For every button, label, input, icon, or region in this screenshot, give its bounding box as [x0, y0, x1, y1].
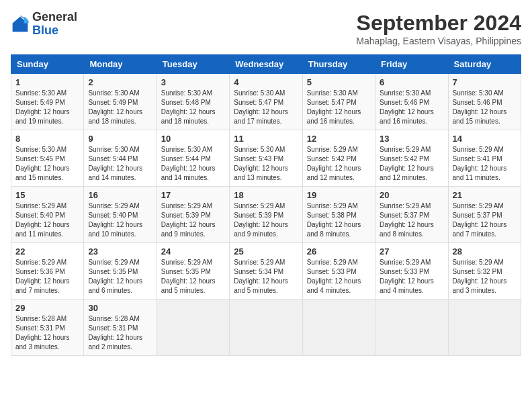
- day-info: Sunrise: 5:28 AMSunset: 5:31 PMDaylight:…: [15, 314, 79, 352]
- calendar-header-row: SundayMondayTuesdayWednesdayThursdayFrid…: [11, 55, 521, 74]
- day-number: 21: [453, 190, 517, 200]
- calendar-cell: 20Sunrise: 5:29 AMSunset: 5:37 PMDayligh…: [375, 187, 448, 243]
- calendar-cell: 18Sunrise: 5:29 AMSunset: 5:39 PMDayligh…: [230, 187, 302, 243]
- calendar-week-2: 8Sunrise: 5:30 AMSunset: 5:45 PMDaylight…: [11, 130, 521, 187]
- calendar-week-1: 1Sunrise: 5:30 AMSunset: 5:49 PMDaylight…: [11, 74, 521, 130]
- calendar-cell: 1Sunrise: 5:30 AMSunset: 5:49 PMDaylight…: [11, 74, 84, 130]
- calendar-week-3: 15Sunrise: 5:29 AMSunset: 5:40 PMDayligh…: [11, 187, 521, 243]
- day-number: 9: [88, 134, 152, 144]
- calendar-cell: 3Sunrise: 5:30 AMSunset: 5:48 PMDaylight…: [157, 74, 229, 130]
- calendar-cell: 27Sunrise: 5:29 AMSunset: 5:33 PMDayligh…: [375, 243, 448, 300]
- day-number: 23: [88, 246, 152, 257]
- calendar-week-4: 22Sunrise: 5:29 AMSunset: 5:36 PMDayligh…: [11, 243, 521, 300]
- day-number: 30: [88, 303, 152, 313]
- day-number: 19: [307, 190, 371, 200]
- day-number: 24: [161, 246, 225, 257]
- day-info: Sunrise: 5:29 AMSunset: 5:36 PMDaylight:…: [15, 258, 79, 295]
- day-number: 29: [15, 303, 79, 313]
- day-number: 26: [307, 246, 371, 257]
- day-number: 13: [380, 134, 443, 144]
- title-block: September 2024 Mahaplag, Eastern Visayas…: [356, 11, 521, 46]
- calendar-cell: 23Sunrise: 5:29 AMSunset: 5:35 PMDayligh…: [84, 243, 157, 300]
- day-info: Sunrise: 5:30 AMSunset: 5:49 PMDaylight:…: [15, 89, 79, 126]
- calendar-cell: 30Sunrise: 5:28 AMSunset: 5:31 PMDayligh…: [84, 300, 157, 356]
- day-info: Sunrise: 5:29 AMSunset: 5:37 PMDaylight:…: [380, 201, 443, 239]
- calendar-table: SundayMondayTuesdayWednesdayThursdayFrid…: [11, 54, 521, 356]
- col-header-tuesday: Tuesday: [157, 55, 229, 74]
- day-info: Sunrise: 5:29 AMSunset: 5:37 PMDaylight:…: [453, 201, 517, 239]
- day-info: Sunrise: 5:30 AMSunset: 5:47 PMDaylight:…: [307, 89, 371, 126]
- day-number: 18: [234, 190, 298, 200]
- day-info: Sunrise: 5:29 AMSunset: 5:35 PMDaylight:…: [88, 258, 152, 295]
- day-info: Sunrise: 5:30 AMSunset: 5:44 PMDaylight:…: [88, 145, 152, 183]
- day-info: Sunrise: 5:29 AMSunset: 5:34 PMDaylight:…: [234, 258, 298, 295]
- day-number: 5: [307, 77, 371, 87]
- day-info: Sunrise: 5:30 AMSunset: 5:47 PMDaylight:…: [234, 89, 298, 126]
- day-info: Sunrise: 5:30 AMSunset: 5:43 PMDaylight:…: [234, 145, 298, 183]
- day-number: 28: [453, 246, 517, 257]
- page-header: General Blue September 2024 Mahaplag, Ea…: [11, 11, 521, 46]
- col-header-friday: Friday: [375, 55, 448, 74]
- day-info: Sunrise: 5:29 AMSunset: 5:40 PMDaylight:…: [88, 201, 152, 239]
- calendar-cell: [375, 300, 448, 356]
- col-header-sunday: Sunday: [11, 55, 84, 74]
- day-info: Sunrise: 5:30 AMSunset: 5:46 PMDaylight:…: [453, 89, 517, 126]
- day-info: Sunrise: 5:29 AMSunset: 5:42 PMDaylight:…: [307, 145, 371, 183]
- svg-rect-2: [13, 23, 28, 32]
- day-info: Sunrise: 5:30 AMSunset: 5:46 PMDaylight:…: [380, 89, 443, 126]
- calendar-cell: 2Sunrise: 5:30 AMSunset: 5:49 PMDaylight…: [84, 74, 157, 130]
- col-header-saturday: Saturday: [448, 55, 521, 74]
- day-number: 16: [88, 190, 152, 200]
- day-number: 27: [380, 246, 443, 257]
- day-info: Sunrise: 5:29 AMSunset: 5:39 PMDaylight:…: [234, 201, 298, 239]
- col-header-monday: Monday: [84, 55, 157, 74]
- logo-icon: [11, 15, 30, 34]
- calendar-cell: 8Sunrise: 5:30 AMSunset: 5:45 PMDaylight…: [11, 130, 84, 187]
- col-header-thursday: Thursday: [302, 55, 375, 74]
- logo-general: General: [32, 10, 77, 24]
- day-number: 20: [380, 190, 443, 200]
- calendar-cell: 21Sunrise: 5:29 AMSunset: 5:37 PMDayligh…: [448, 187, 521, 243]
- day-info: Sunrise: 5:29 AMSunset: 5:33 PMDaylight:…: [380, 258, 443, 295]
- day-number: 3: [161, 77, 225, 87]
- col-header-wednesday: Wednesday: [230, 55, 302, 74]
- calendar-cell: [230, 300, 302, 356]
- calendar-cell: 29Sunrise: 5:28 AMSunset: 5:31 PMDayligh…: [11, 300, 84, 356]
- day-number: 15: [15, 190, 79, 200]
- day-info: Sunrise: 5:30 AMSunset: 5:45 PMDaylight:…: [15, 145, 79, 183]
- calendar-cell: 28Sunrise: 5:29 AMSunset: 5:32 PMDayligh…: [448, 243, 521, 300]
- logo: General Blue: [11, 11, 77, 38]
- day-number: 12: [307, 134, 371, 144]
- calendar-week-5: 29Sunrise: 5:28 AMSunset: 5:31 PMDayligh…: [11, 300, 521, 356]
- day-info: Sunrise: 5:29 AMSunset: 5:35 PMDaylight:…: [161, 258, 225, 295]
- logo-blue: Blue: [32, 24, 58, 37]
- day-number: 11: [234, 134, 298, 144]
- day-number: 1: [15, 77, 79, 87]
- calendar-cell: 6Sunrise: 5:30 AMSunset: 5:46 PMDaylight…: [375, 74, 448, 130]
- calendar-cell: 26Sunrise: 5:29 AMSunset: 5:33 PMDayligh…: [302, 243, 375, 300]
- day-number: 14: [453, 134, 517, 144]
- day-number: 7: [453, 77, 517, 87]
- calendar-cell: 4Sunrise: 5:30 AMSunset: 5:47 PMDaylight…: [230, 74, 302, 130]
- day-number: 17: [161, 190, 225, 200]
- day-number: 4: [234, 77, 298, 87]
- calendar-cell: 16Sunrise: 5:29 AMSunset: 5:40 PMDayligh…: [84, 187, 157, 243]
- day-info: Sunrise: 5:29 AMSunset: 5:41 PMDaylight:…: [453, 145, 517, 183]
- calendar-cell: 15Sunrise: 5:29 AMSunset: 5:40 PMDayligh…: [11, 187, 84, 243]
- day-info: Sunrise: 5:29 AMSunset: 5:42 PMDaylight:…: [380, 145, 443, 183]
- calendar-cell: 14Sunrise: 5:29 AMSunset: 5:41 PMDayligh…: [448, 130, 521, 187]
- calendar-cell: 10Sunrise: 5:30 AMSunset: 5:44 PMDayligh…: [157, 130, 229, 187]
- day-info: Sunrise: 5:29 AMSunset: 5:40 PMDaylight:…: [15, 201, 79, 239]
- day-info: Sunrise: 5:30 AMSunset: 5:44 PMDaylight:…: [161, 145, 225, 183]
- day-info: Sunrise: 5:30 AMSunset: 5:49 PMDaylight:…: [88, 89, 152, 126]
- day-info: Sunrise: 5:30 AMSunset: 5:48 PMDaylight:…: [161, 89, 225, 126]
- calendar-cell: [448, 300, 521, 356]
- calendar-cell: [302, 300, 375, 356]
- day-number: 25: [234, 246, 298, 257]
- calendar-cell: 7Sunrise: 5:30 AMSunset: 5:46 PMDaylight…: [448, 74, 521, 130]
- day-number: 22: [15, 246, 79, 257]
- location: Mahaplag, Eastern Visayas, Philippines: [356, 36, 521, 46]
- day-number: 6: [380, 77, 443, 87]
- day-number: 10: [161, 134, 225, 144]
- day-info: Sunrise: 5:29 AMSunset: 5:33 PMDaylight:…: [307, 258, 371, 295]
